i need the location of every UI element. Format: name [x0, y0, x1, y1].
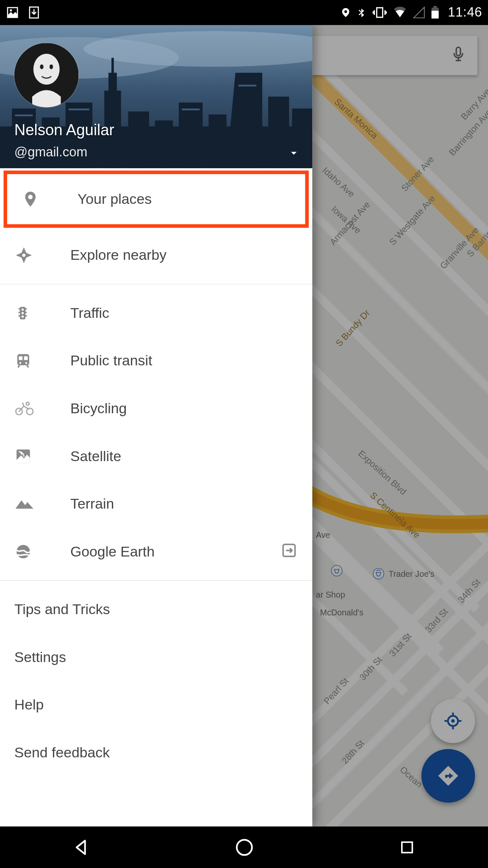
svg-rect-46 — [69, 108, 89, 110]
svg-point-57 — [22, 312, 24, 314]
avatar[interactable] — [14, 43, 79, 107]
svg-point-58 — [22, 315, 24, 317]
svg-point-50 — [33, 54, 60, 85]
svg-rect-43 — [268, 97, 289, 168]
svg-rect-4 — [377, 8, 383, 17]
divider — [0, 580, 312, 581]
traffic-icon — [14, 303, 43, 323]
battery-icon — [431, 6, 440, 19]
nav-drawer: Nelson Aguilar @gmail.com Your places — [0, 25, 312, 826]
user-name: Nelson Aguilar — [14, 121, 114, 140]
menu-feedback[interactable]: Send feedback — [0, 729, 312, 776]
transit-icon — [14, 352, 43, 370]
menu-label: Terrain — [43, 495, 298, 512]
svg-rect-37 — [111, 58, 114, 75]
svg-rect-7 — [434, 6, 437, 8]
vibrate-icon — [373, 6, 387, 18]
image-icon — [6, 6, 19, 19]
menu-label: Your places — [50, 191, 291, 207]
menu-bicycling[interactable]: Bicycling — [0, 385, 312, 433]
svg-rect-39 — [155, 120, 173, 168]
menu-help[interactable]: Help — [0, 681, 312, 729]
svg-rect-60 — [19, 356, 22, 360]
highlight-your-places: Your places — [3, 170, 308, 228]
menu-explore-nearby[interactable]: Explore nearby — [0, 231, 312, 279]
svg-rect-45 — [15, 114, 33, 116]
menu-google-earth[interactable]: Google Earth — [0, 528, 312, 576]
svg-point-1 — [10, 9, 12, 11]
svg-point-53 — [28, 195, 33, 199]
earth-icon — [14, 542, 43, 560]
svg-point-69 — [236, 840, 252, 855]
svg-rect-36 — [108, 73, 117, 97]
signal-icon — [413, 6, 425, 18]
external-link-icon — [280, 542, 298, 562]
svg-point-54 — [22, 253, 26, 257]
bike-icon — [14, 400, 43, 417]
download-icon — [28, 6, 41, 19]
svg-rect-40 — [179, 103, 202, 168]
pin-icon — [22, 189, 50, 209]
menu-satellite[interactable]: Satellite — [0, 432, 312, 480]
svg-point-52 — [50, 64, 53, 69]
menu-label: Send feedback — [14, 744, 298, 761]
divider — [0, 284, 312, 284]
account-switch-dropdown[interactable] — [287, 149, 300, 160]
menu-label: Bicycling — [43, 400, 298, 417]
menu-traffic[interactable]: Traffic — [0, 289, 312, 337]
back-button[interactable] — [58, 832, 105, 862]
status-time: 11:46 — [448, 5, 482, 20]
svg-rect-70 — [402, 842, 412, 853]
svg-rect-41 — [208, 114, 226, 168]
menu-label: Help — [14, 696, 298, 713]
svg-rect-38 — [128, 111, 149, 168]
menu-terrain[interactable]: Terrain — [0, 480, 312, 528]
user-email: @gmail.com — [14, 144, 87, 160]
menu-label: Public transit — [43, 353, 298, 369]
svg-point-63 — [25, 362, 28, 364]
menu-label: Satellite — [43, 448, 298, 465]
home-button[interactable] — [220, 832, 268, 862]
svg-point-62 — [19, 362, 22, 364]
status-bar: 11:46 — [0, 0, 488, 25]
svg-point-65 — [27, 408, 33, 415]
recents-button[interactable] — [383, 832, 431, 862]
menu-label: Tips and Tricks — [14, 601, 298, 618]
svg-rect-6 — [432, 11, 439, 18]
svg-rect-47 — [182, 108, 200, 110]
compass-icon — [14, 246, 43, 265]
drawer-body: Your places Explore nearby — [0, 168, 312, 826]
menu-label: Google Earth — [43, 543, 280, 560]
svg-rect-48 — [238, 85, 256, 86]
menu-label: Settings — [14, 649, 298, 665]
wifi-icon — [393, 6, 408, 18]
menu-public-transit[interactable]: Public transit — [0, 337, 312, 385]
menu-label: Explore nearby — [43, 247, 298, 263]
svg-point-56 — [22, 309, 24, 311]
satellite-icon — [14, 447, 43, 465]
location-icon — [341, 6, 351, 19]
drawer-header: Nelson Aguilar @gmail.com — [0, 25, 312, 168]
content-area: Santa Monica Idaho Ave Iowa Ave Armacost… — [0, 25, 488, 826]
svg-rect-61 — [24, 356, 28, 360]
bluetooth-icon — [357, 6, 367, 19]
svg-point-3 — [345, 10, 347, 13]
menu-tips[interactable]: Tips and Tricks — [0, 586, 312, 634]
menu-your-places[interactable]: Your places — [7, 174, 305, 224]
menu-label: Traffic — [43, 305, 298, 321]
navigation-bar — [0, 826, 488, 868]
menu-settings[interactable]: Settings — [0, 633, 312, 681]
terrain-icon — [14, 497, 43, 511]
svg-point-51 — [40, 64, 43, 69]
